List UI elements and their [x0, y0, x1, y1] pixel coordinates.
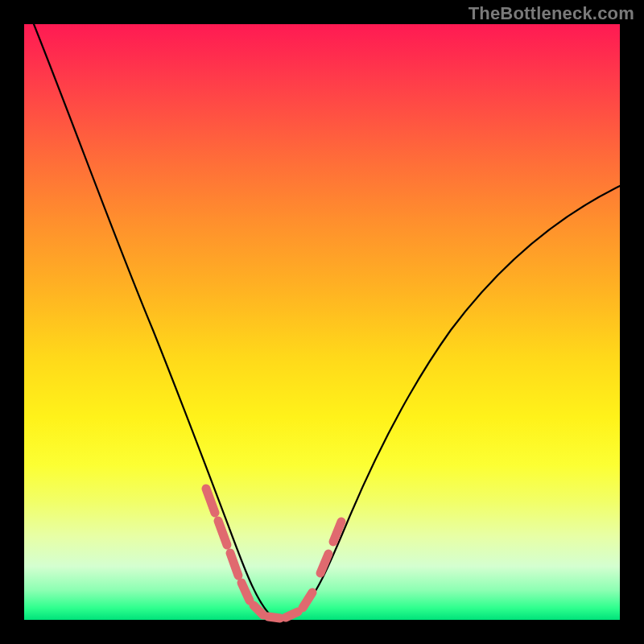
highlight-dashes — [206, 489, 341, 618]
outer-frame: TheBottleneck.com — [0, 0, 644, 644]
highlight-seg — [254, 605, 263, 615]
highlight-seg — [303, 592, 312, 608]
watermark-text: TheBottleneck.com — [469, 3, 634, 24]
highlight-seg — [268, 617, 280, 618]
highlight-seg — [206, 489, 215, 513]
highlight-seg — [218, 521, 227, 545]
bottleneck-curve-path — [31, 16, 621, 619]
highlight-seg — [242, 583, 250, 601]
highlight-seg — [230, 553, 238, 576]
highlight-seg — [286, 612, 298, 617]
curve-overlay — [24, 24, 620, 620]
highlight-seg — [320, 554, 328, 573]
